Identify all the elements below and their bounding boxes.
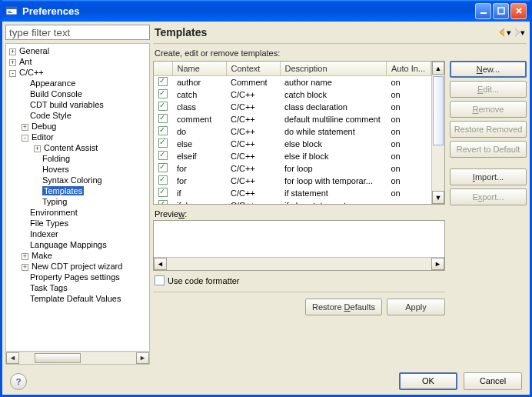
- tree-item[interactable]: Build Console: [6, 88, 149, 99]
- expand-icon[interactable]: +: [9, 48, 16, 55]
- table-row[interactable]: catchC/C++catch blockon: [154, 88, 431, 101]
- tree-item[interactable]: Property Pages settings: [6, 272, 149, 282]
- table-row[interactable]: forC/C++for loop with temporar...on: [154, 175, 431, 187]
- row-checkbox[interactable]: [158, 151, 168, 160]
- row-checkbox[interactable]: [158, 102, 168, 111]
- templates-table[interactable]: Name Context Description Auto In... auth…: [153, 61, 445, 205]
- preview-horizontal-scrollbar[interactable]: ◄ ►: [154, 257, 444, 270]
- tree-item-label: Language Mappings: [30, 240, 107, 249]
- tree-item[interactable]: Environment: [6, 207, 149, 218]
- scroll-down-icon[interactable]: ▼: [432, 191, 444, 204]
- scroll-left-icon[interactable]: ◄: [6, 352, 19, 364]
- apply-button[interactable]: Apply: [387, 299, 445, 315]
- tree-item[interactable]: -C/C++: [6, 67, 149, 78]
- col-name[interactable]: Name: [172, 62, 226, 75]
- tree-item[interactable]: Indexer: [6, 229, 149, 239]
- table-row[interactable]: forC/C++for loopon: [154, 162, 431, 175]
- scroll-left-icon[interactable]: ◄: [154, 258, 167, 270]
- ok-button[interactable]: OK: [399, 372, 457, 390]
- tree-item[interactable]: Syntax Coloring: [6, 175, 149, 185]
- tree-item-label: Indexer: [30, 229, 58, 239]
- tree-item[interactable]: File Types: [6, 218, 149, 229]
- titlebar[interactable]: Preferences: [2, 0, 530, 22]
- tree-item[interactable]: CDT build variables: [6, 99, 149, 110]
- cell-name: for: [172, 162, 226, 175]
- row-checkbox[interactable]: [158, 175, 168, 185]
- new-button[interactable]: New...: [450, 61, 527, 78]
- row-checkbox[interactable]: [158, 126, 168, 135]
- table-row[interactable]: elseC/C++else blockon: [154, 138, 431, 150]
- expand-icon[interactable]: +: [34, 145, 41, 152]
- cell-context: C/C++: [226, 162, 280, 175]
- tree-item[interactable]: +New CDT project wizard: [6, 261, 149, 272]
- tree-item-label: General: [19, 46, 49, 55]
- tree-item[interactable]: Folding: [6, 153, 149, 164]
- close-button[interactable]: [510, 3, 527, 19]
- tree-item[interactable]: Task Tags: [6, 282, 149, 293]
- expand-icon[interactable]: +: [22, 253, 28, 260]
- tree-item-label: Editor: [32, 132, 54, 142]
- tree-item-label: Environment: [30, 208, 78, 217]
- row-checkbox[interactable]: [158, 188, 168, 197]
- expand-icon[interactable]: -: [22, 135, 28, 142]
- tree-item[interactable]: +Make: [6, 250, 149, 261]
- scroll-up-icon[interactable]: ▲: [432, 62, 444, 75]
- tree-item[interactable]: +Debug: [6, 121, 149, 132]
- tree-item-label: New CDT project wizard: [32, 262, 122, 271]
- tree-horizontal-scrollbar[interactable]: ◄ ►: [6, 351, 149, 364]
- tree-item[interactable]: Templates: [6, 185, 149, 196]
- tree-item-label: File Types: [30, 219, 68, 228]
- import-button[interactable]: Import...: [450, 168, 527, 185]
- expand-icon[interactable]: +: [22, 124, 28, 131]
- help-button[interactable]: ?: [10, 373, 27, 390]
- cell-description: else if block: [280, 150, 387, 162]
- restore-defaults-button[interactable]: Restore Defaults: [305, 299, 382, 315]
- tree-item[interactable]: Hovers: [6, 164, 149, 175]
- col-context[interactable]: Context: [226, 62, 280, 75]
- preferences-icon: [5, 5, 18, 17]
- tree-item[interactable]: Typing: [6, 196, 149, 207]
- table-row[interactable]: ifC/C++if statementon: [154, 187, 431, 199]
- filter-input[interactable]: [5, 25, 150, 40]
- expand-icon[interactable]: +: [9, 59, 16, 66]
- table-row[interactable]: classC/C++class declarationon: [154, 101, 431, 113]
- table-row[interactable]: ifelseC/C++if else statementon: [154, 199, 431, 205]
- row-checkbox[interactable]: [158, 200, 168, 205]
- scroll-thumb[interactable]: [433, 76, 444, 145]
- tree-item[interactable]: -Editor: [6, 132, 149, 142]
- row-checkbox[interactable]: [158, 114, 168, 123]
- expand-icon[interactable]: -: [9, 70, 16, 77]
- col-auto[interactable]: Auto In...: [387, 62, 431, 75]
- tree-item[interactable]: +Ant: [6, 56, 149, 67]
- expand-icon[interactable]: +: [22, 264, 28, 271]
- table-row[interactable]: authorCommentauthor nameon: [154, 75, 431, 88]
- preferences-tree[interactable]: +General+Ant-C/C++AppearanceBuild Consol…: [6, 44, 149, 351]
- tree-item[interactable]: Template Default Values: [6, 293, 149, 304]
- revert-default-button: Revert to Default: [450, 141, 527, 158]
- table-row[interactable]: elseifC/C++else if blockon: [154, 150, 431, 162]
- nav-back-icon[interactable]: ▾: [497, 26, 511, 38]
- col-description[interactable]: Description: [280, 62, 387, 75]
- table-vertical-scrollbar[interactable]: ▲ ▼: [431, 62, 444, 204]
- tree-item[interactable]: +General: [6, 45, 149, 56]
- table-row[interactable]: commentC/C++default multiline commenton: [154, 113, 431, 125]
- use-formatter-checkbox[interactable]: [155, 275, 165, 285]
- cancel-button[interactable]: Cancel: [464, 372, 522, 390]
- scroll-right-icon[interactable]: ►: [431, 258, 444, 270]
- scroll-right-icon[interactable]: ►: [136, 352, 149, 364]
- row-checkbox[interactable]: [158, 77, 168, 86]
- row-checkbox[interactable]: [158, 89, 168, 98]
- cell-auto: on: [387, 138, 431, 150]
- maximize-button[interactable]: [493, 3, 509, 19]
- row-checkbox[interactable]: [158, 138, 168, 148]
- scroll-thumb[interactable]: [35, 353, 81, 363]
- tree-item[interactable]: Language Mappings: [6, 239, 149, 250]
- tree-item[interactable]: Code Style: [6, 110, 149, 121]
- minimize-button[interactable]: [475, 3, 491, 19]
- row-checkbox[interactable]: [158, 163, 168, 172]
- tree-item[interactable]: Appearance: [6, 78, 149, 88]
- table-row[interactable]: doC/C++do while statementon: [154, 125, 431, 138]
- cell-description: do while statement: [280, 125, 387, 138]
- tree-item[interactable]: +Content Assist: [6, 142, 149, 153]
- restore-removed-button: Restore Removed: [450, 121, 527, 138]
